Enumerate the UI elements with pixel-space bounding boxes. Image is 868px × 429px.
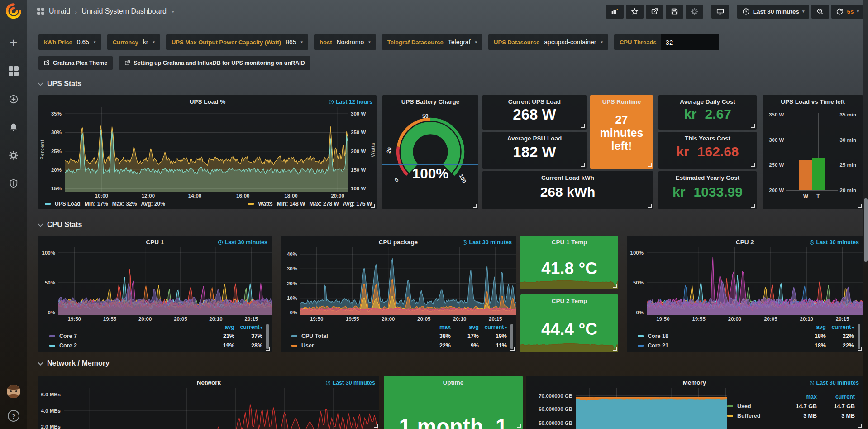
panel-title[interactable]: Current Load kWh [482,171,653,181]
legend-series-name[interactable]: User [291,342,423,349]
chevron-down-icon [38,221,43,227]
star-button[interactable] [626,5,644,19]
chevron-down-icon [38,360,43,366]
clock-icon [329,99,334,105]
save-button[interactable] [666,5,683,19]
legend-series-name[interactable]: Core 7 [49,333,206,339]
legend-col-avg[interactable]: avg [451,324,479,330]
panel-time-override[interactable]: Last 30 minutes [325,380,375,386]
legend-series-name[interactable]: Core 2 [49,342,206,349]
panel-title[interactable]: This Years Cost [658,132,757,142]
legend-col-avg[interactable]: avg [798,324,826,330]
y-tick: 350 W [769,112,784,117]
section-network-memory[interactable]: Network / Memory [38,359,110,367]
y-axis-left: 35% 30% 25% 20% 15% [46,107,65,192]
zoom-out-button[interactable] [811,5,829,19]
panel-title[interactable]: Average PSU Load [482,132,587,142]
panel-time-override[interactable]: Last 30 minutes [218,239,267,246]
legend-scrollbar[interactable] [510,324,513,349]
help-icon[interactable]: ? [8,410,19,422]
ups-load-plot[interactable] [65,107,348,192]
variable-ups-datasource[interactable]: UPS Datasource apcupsd-container ▾ [488,34,608,50]
cpu1-plot[interactable] [58,247,272,315]
panel-title[interactable]: UPS Runtime [590,95,653,105]
legend-col-max[interactable]: max [423,324,451,330]
panel-title[interactable]: UPS Load % [38,95,377,105]
variable-ups-max-output[interactable]: UPS Max Output Power Capacity (Watt) 865… [166,34,308,50]
bar-watts[interactable] [799,160,812,190]
cpu2-plot[interactable] [647,247,863,315]
legend-series-name[interactable]: Watts [258,201,272,207]
legend-series-name[interactable]: Used [727,403,779,410]
legend-series-name[interactable]: CPU Total [291,333,423,339]
legend-swatch [49,335,55,337]
page-scrollbar[interactable] [863,0,868,429]
create-icon[interactable]: + [8,37,19,49]
legend-col-current[interactable]: current▾ [826,324,854,330]
legend-col-current[interactable]: current [817,394,855,400]
memory-plot[interactable] [576,388,727,429]
breadcrumb-page-title[interactable]: Unraid System Dashboard [81,7,167,15]
legend-series-name[interactable]: Core 21 [638,342,798,349]
dashboard-settings-button[interactable] [686,5,703,19]
legend-scrollbar[interactable] [858,324,860,349]
refresh-interval-label[interactable]: 5s [847,8,854,15]
panel-title[interactable]: Uptime [384,376,523,386]
variable-host[interactable]: host Nostromo ▾ [314,34,376,50]
legend-series-name[interactable]: Buffered [727,413,779,419]
cpu-threads-input[interactable] [661,34,719,50]
panel-time-override[interactable]: Last 30 minutes [462,239,512,246]
cycle-view-monitor-button[interactable] [711,5,729,19]
bar-time-left[interactable] [812,158,825,190]
grafana-logo-icon[interactable] [5,3,22,20]
legend-col-avg[interactable]: avg [206,324,234,330]
legend-series-name[interactable]: Core 18 [638,333,798,339]
add-panel-button[interactable] [606,5,624,19]
section-cpu-stats[interactable]: CPU Stats [38,221,82,229]
panel-title[interactable]: Estimated Yearly Cost [658,171,757,181]
section-ups-stats[interactable]: UPS Stats [38,80,81,88]
panel-time-override[interactable]: Last 30 minutes [809,239,859,246]
explore-compass-icon[interactable] [8,93,19,105]
panel-title[interactable]: CPU 2 Temp [520,294,618,304]
legend-col-current[interactable]: current▾ [479,324,507,330]
title-caret-icon[interactable]: ▾ [172,9,174,14]
share-button[interactable] [646,5,663,19]
panel-title[interactable]: UPS Load vs Time left [763,95,863,105]
network-plot[interactable] [64,388,379,429]
alerting-bell-icon[interactable] [8,121,19,133]
legend-scrollbar[interactable] [266,324,269,349]
refresh-button[interactable]: 5s ▾ [831,5,863,19]
battery-gauge[interactable]: 0 20 50 100 100% [386,111,475,193]
sidebar: + ? [0,0,27,429]
variable-currency[interactable]: Currency kr ▾ [107,34,160,50]
page-scrollbar-thumb[interactable] [864,198,868,262]
time-range-picker[interactable]: Last 30 minutes ▾ [737,5,810,19]
panel-title[interactable]: Current UPS Load [482,95,587,105]
panel-title[interactable]: UPS Battery Charge [382,95,478,105]
dashboards-icon[interactable] [8,65,19,77]
breadcrumb-app[interactable]: Unraid [49,7,70,15]
panel-time-override[interactable]: Last 30 minutes [809,380,859,386]
legend-series-name[interactable]: UPS Load [55,201,81,207]
cpu-package-plot[interactable] [300,247,516,315]
panel-title[interactable]: CPU 1 Temp [520,236,618,246]
legend-col-current[interactable]: current▾ [234,324,262,330]
variable-telegraf-datasource[interactable]: Telegraf Datasource Telegraf ▾ [382,34,482,50]
variable-value: kr [143,39,148,46]
dashboard-grid-icon[interactable] [37,8,44,15]
svg-text:50: 50 [422,113,429,120]
clock-icon [809,240,815,245]
bar-plot[interactable]: 350 W 300 W 250 W 200 W 35 min 30 min 25… [786,113,838,190]
panel-title[interactable]: Average Daily Cost [658,95,757,105]
server-admin-shield-icon[interactable] [8,178,19,189]
link-ups-monitoring-guide[interactable]: Setting up Grafana and InfluxDB for UPS … [119,56,310,70]
panel-time-override[interactable]: Last 12 hours [329,99,372,105]
configuration-gear-icon[interactable] [8,149,19,161]
link-grafana-plex-theme[interactable]: Grafana Plex Theme [38,56,113,70]
user-avatar[interactable] [7,385,20,398]
variable-kwh-price[interactable]: kWh Price 0.65 ▾ [38,34,101,50]
legend-col-max[interactable]: max [779,394,817,400]
sort-caret-icon: ▾ [852,325,854,330]
clock-icon [809,380,815,386]
